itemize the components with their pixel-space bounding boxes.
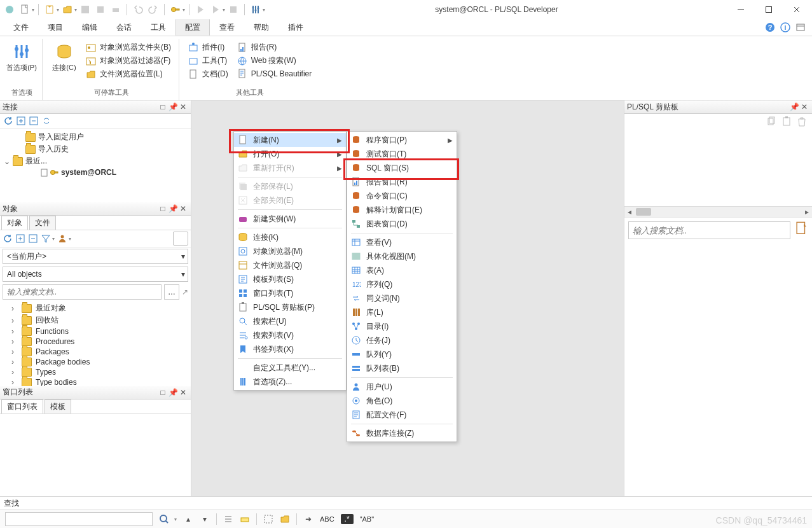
menu-plugin[interactable]: 插件 [279,19,313,36]
menu-view[interactable]: 查看 [210,19,244,36]
maximize-button[interactable] [756,1,781,18]
tab-templates[interactable]: 模板 [45,399,71,413]
copy-icon[interactable] [766,116,776,127]
info-icon[interactable]: i [780,22,790,32]
list-icon[interactable] [223,514,233,524]
find-prev-icon[interactable]: ▴ [183,514,193,524]
pin-icon[interactable]: 📌 [168,102,178,112]
whole-word-button[interactable]: "AB" [360,515,374,523]
debug-icon[interactable] [209,3,223,17]
conn-system-orcl[interactable]: system@ORCL [1,167,189,177]
new-icon[interactable] [43,3,57,17]
menu-project[interactable]: 项目 [38,19,72,36]
close-button[interactable] [784,1,809,18]
pin-icon[interactable]: 📌 [168,204,178,214]
refresh-icon[interactable] [4,116,13,125]
undo-icon[interactable] [131,3,145,17]
refresh-icon[interactable] [3,233,13,244]
settings-icon[interactable] [249,3,263,17]
arrow-icon[interactable]: ➜ [303,514,313,524]
menu-item[interactable]: 配置文件(F) [347,408,457,422]
menu-item[interactable]: 图表窗口(D) [347,217,457,231]
menu-item[interactable]: 测试窗口(T) [347,147,457,161]
beautifier-button[interactable]: PL/SQL Beautifier [235,68,315,80]
object-folder[interactable]: ›Type bodies [0,377,191,386]
menu-item[interactable]: 新建(N)▶ [234,133,346,147]
menu-item[interactable]: 连接(K) [234,230,346,244]
pane-close-icon[interactable]: ✕ [178,387,188,398]
toggle-square[interactable] [173,232,188,246]
highlight-icon[interactable] [240,514,250,524]
object-folder[interactable]: ›Packages [0,347,191,357]
stop-icon[interactable] [226,3,240,17]
object-folder[interactable]: ›Types [0,367,191,377]
menu-item[interactable]: 打开(O)▶ [234,147,346,161]
filter-icon[interactable] [41,233,51,244]
menu-item[interactable]: PL/SQL 剪贴板(P) [234,300,346,314]
run-icon[interactable] [193,3,207,17]
menu-item[interactable]: 解释计划窗口(E) [347,203,457,217]
plugin-button[interactable]: 插件(I) [186,41,231,53]
app-menu-icon[interactable] [3,3,17,17]
menu-item[interactable]: 自定义工具栏(Y)... [234,361,346,375]
match-case-button[interactable]: ABC [320,515,334,523]
file-browser-locations-button[interactable]: 文件浏览器位置(L) [83,68,174,80]
menu-item[interactable]: 文件浏览器(Q) [234,258,346,272]
menu-item[interactable]: 库(L) [347,305,457,319]
menu-item[interactable]: 对象浏览器(M) [234,244,346,258]
conn-import-history[interactable]: 导入历史 [1,143,189,155]
websearch-button[interactable]: Web 搜索(W) [235,55,315,67]
objects-search-input[interactable] [3,284,162,300]
menu-item[interactable]: 角色(O) [347,394,457,408]
menu-edit[interactable]: 编辑 [72,19,107,36]
help-icon[interactable]: ? [765,22,775,32]
menu-file[interactable]: 文件 [4,19,38,36]
menu-item[interactable]: 书签列表(X) [234,342,346,356]
menu-item[interactable]: 队列表(B) [347,361,457,375]
delete-icon[interactable] [797,116,807,127]
current-user-combo[interactable]: <当前用户>▾ [3,249,188,264]
collapse-icon[interactable] [28,233,38,244]
connection-button[interactable]: 连接(C) [49,40,79,73]
window-icon[interactable] [795,22,806,32]
tab-objects[interactable]: 对象 [1,216,28,230]
pin-icon[interactable]: 📌 [168,387,178,398]
object-folder[interactable]: ›最近对象 [0,302,191,314]
object-folder[interactable]: ›Functions [0,326,191,337]
menu-tool[interactable]: 工具 [141,19,175,36]
menu-item[interactable]: 搜索栏(U) [234,314,346,328]
pane-restore-icon[interactable]: □ [158,204,168,214]
search-more-button[interactable]: … [164,284,179,300]
add-doc-icon[interactable] [794,221,808,235]
pane-close-icon[interactable]: ✕ [178,204,188,214]
menu-item[interactable]: 用户(U) [347,380,457,394]
menu-item[interactable]: 模板列表(S) [234,272,346,286]
menu-item[interactable]: 命令窗口(C) [347,189,457,203]
saveall-icon[interactable] [93,3,107,17]
menu-session[interactable]: 会话 [107,19,141,36]
object-folder[interactable]: ›Procedures [0,337,191,347]
pin-icon[interactable]: 📌 [789,102,799,112]
menu-item[interactable]: SQL 窗口(S) [347,161,457,175]
tab-windowlist[interactable]: 窗口列表 [1,399,43,413]
open-icon[interactable] [60,3,74,17]
find-next-icon[interactable]: ▾ [200,514,210,524]
menu-item[interactable]: 目录(I) [347,319,457,333]
conn-recent[interactable]: ⌄最近... [1,155,189,167]
clipboard-search-input[interactable] [628,221,790,239]
user-icon[interactable] [57,233,67,244]
clipboard-scrollbar[interactable]: ◂▸ [624,206,812,217]
collapse-icon[interactable] [29,116,38,125]
tab-files[interactable]: 文件 [29,216,56,230]
menu-item[interactable]: 队列(Y) [347,347,457,361]
redo-icon[interactable] [146,3,160,17]
save-icon[interactable] [78,3,92,17]
menu-item[interactable]: 数据库连接(Z) [347,426,457,440]
menu-help[interactable]: 帮助 [244,19,279,36]
new-file-icon[interactable] [18,3,32,17]
object-folder[interactable]: ›回收站 [0,314,191,326]
select-icon[interactable] [263,514,273,524]
expand-icon[interactable] [15,233,25,244]
menu-item[interactable]: 程序窗口(P)▶ [347,133,457,147]
clear-icon[interactable]: ↗ [182,288,188,296]
